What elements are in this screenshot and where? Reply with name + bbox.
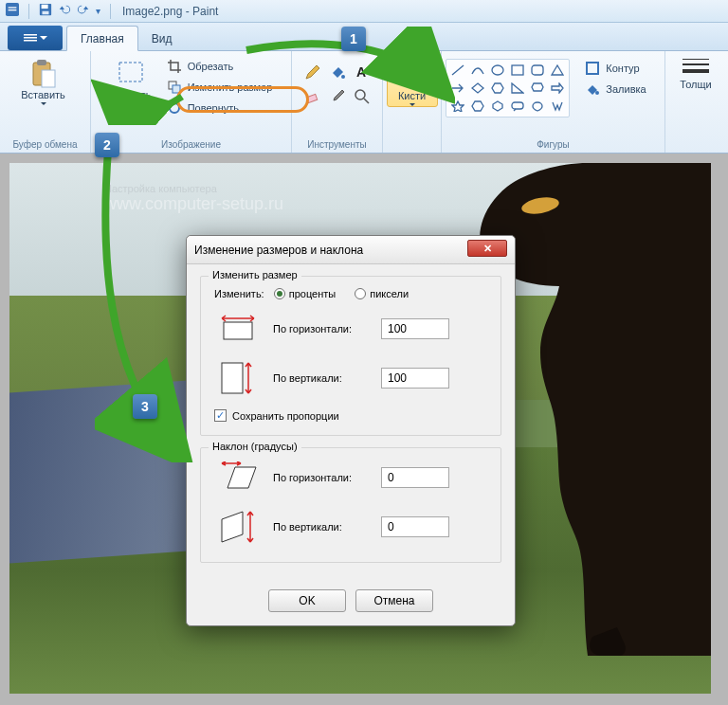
crop-button[interactable]: Обрезать (161, 57, 279, 76)
dialog-title: Изменение размеров и наклона (194, 244, 363, 257)
annotation-badge-1: 1 (341, 27, 366, 51)
group-clipboard-label: Буфер обмена (6, 137, 84, 153)
shape-outline-button[interactable]: Контур (579, 59, 660, 78)
zoom-icon[interactable] (351, 85, 373, 108)
redo-icon[interactable] (77, 3, 90, 19)
file-menu-button[interactable] (8, 26, 63, 50)
tools-grid: A (301, 61, 373, 108)
dialog-ok-button[interactable]: OK (268, 589, 346, 612)
shape-fill-button[interactable]: Заливка (579, 80, 660, 99)
resize-legend: Изменить размер (209, 269, 301, 280)
skew-vert-icon (214, 509, 262, 545)
resize-vert-icon (214, 360, 262, 396)
save-icon[interactable] (39, 3, 52, 19)
text-icon[interactable]: A (351, 61, 373, 83)
dialog-close-button[interactable]: ✕ (467, 240, 507, 257)
svg-point-22 (355, 90, 365, 99)
resize-button[interactable]: Изменить размер (161, 78, 279, 97)
svg-rect-30 (224, 322, 252, 339)
keep-aspect-checkbox[interactable]: Сохранить пропорции (214, 409, 487, 422)
shapes-gallery[interactable] (446, 59, 570, 118)
svg-text:A: A (356, 64, 366, 80)
rotate-button[interactable]: Повернуть (161, 99, 279, 118)
thickness-button[interactable]: Толщи (667, 55, 724, 90)
undo-icon[interactable] (58, 3, 71, 19)
dialog-cancel-button[interactable]: Отмена (355, 589, 433, 612)
tab-main[interactable]: Главная (66, 26, 138, 51)
svg-rect-1 (9, 7, 17, 8)
radio-percent[interactable]: проценты (274, 288, 337, 299)
svg-rect-25 (532, 65, 543, 75)
annotation-badge-2: 2 (95, 133, 119, 157)
svg-rect-6 (24, 34, 37, 36)
resize-horiz-input[interactable] (381, 318, 449, 339)
radio-pixels[interactable]: пиксели (355, 288, 409, 299)
group-image-label: Изображение (97, 137, 285, 153)
qat-customize-icon[interactable]: ▾ (96, 6, 100, 16)
fill-icon[interactable] (326, 61, 349, 83)
group-shapes-label: Фигуры (447, 137, 659, 153)
svg-rect-16 (119, 63, 142, 81)
svg-rect-24 (512, 65, 523, 75)
change-label: Изменить: (214, 288, 264, 299)
svg-rect-26 (512, 102, 523, 109)
skew-vert-input[interactable] (381, 516, 449, 537)
tab-view[interactable]: Вид (138, 27, 186, 50)
resize-skew-dialog: Изменение размеров и наклона ✕ Изменить … (186, 235, 516, 626)
svg-rect-8 (24, 40, 37, 42)
skew-horiz-label: По горизонтали: (273, 471, 370, 484)
svg-rect-27 (587, 63, 598, 74)
brushes-button[interactable]: Кисти (387, 55, 438, 107)
svg-rect-18 (173, 85, 180, 93)
resize-horiz-icon (214, 311, 262, 347)
svg-rect-31 (222, 363, 243, 393)
watermark: Настройка компьютера www.computer-setup.… (104, 183, 283, 214)
picker-icon[interactable] (326, 85, 349, 108)
group-tools-label: Инструменты (298, 137, 376, 153)
resize-horiz-label: По горизонтали: (273, 322, 370, 335)
svg-rect-2 (9, 9, 17, 10)
svg-point-23 (492, 65, 503, 75)
resize-vert-label: По вертикали: (273, 371, 370, 385)
svg-point-28 (595, 91, 599, 95)
skew-legend: Наклон (градусы) (209, 441, 301, 452)
svg-point-19 (341, 75, 345, 79)
svg-rect-21 (306, 94, 317, 102)
resize-vert-input[interactable] (381, 368, 449, 389)
pencil-icon[interactable] (301, 61, 324, 83)
svg-rect-5 (43, 11, 49, 15)
close-icon: ✕ (483, 243, 492, 255)
annotation-badge-3: 3 (133, 394, 157, 419)
svg-rect-10 (37, 60, 46, 65)
title-bar: ▾ Image2.png - Paint (0, 0, 728, 23)
select-button[interactable]: ыделить (104, 55, 157, 105)
window-title: Image2.png - Paint (122, 5, 218, 18)
skew-horiz-icon (214, 460, 262, 496)
svg-rect-11 (42, 70, 55, 87)
skew-horiz-input[interactable] (381, 467, 449, 488)
app-menu-icon[interactable] (6, 3, 19, 19)
skew-vert-label: По вертикали: (273, 520, 370, 533)
svg-rect-7 (24, 37, 37, 39)
paste-button[interactable]: Вставить (23, 55, 64, 105)
svg-rect-4 (42, 5, 48, 9)
eraser-icon[interactable] (301, 85, 324, 108)
